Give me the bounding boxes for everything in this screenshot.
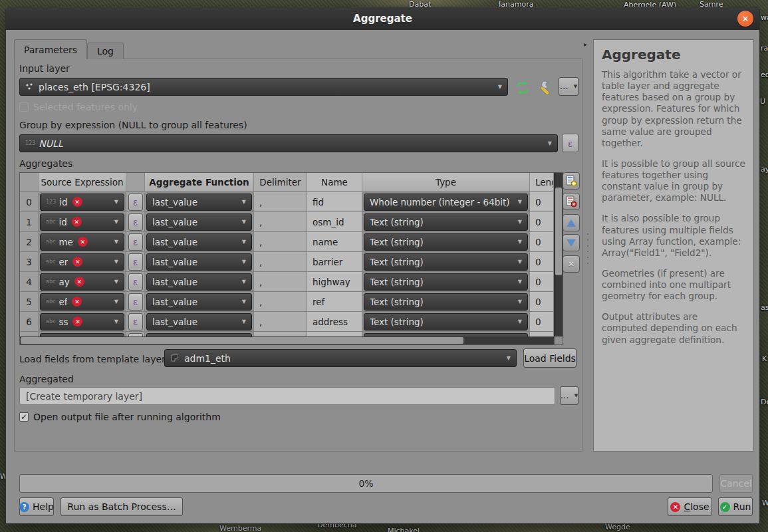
aggregate-function-combo[interactable]: last_value ▼	[146, 293, 252, 311]
close-button[interactable]: ✕ Close	[668, 497, 712, 516]
scrollbar-thumb[interactable]	[555, 188, 562, 275]
type-combo[interactable]: Whole number (integer - 64bit) ▼	[364, 194, 528, 211]
name-cell[interactable]: barrier	[307, 252, 362, 272]
header-aggregate-function[interactable]: Aggregate Function	[145, 173, 254, 192]
clear-field-icon[interactable]: ✕	[72, 257, 82, 267]
load-fields-button[interactable]: Load Fields	[523, 348, 576, 368]
aggregate-function-combo[interactable]: last_value ▼	[146, 233, 252, 251]
header-rownum[interactable]	[20, 173, 39, 192]
aggregate-function-combo[interactable]: last_value ▼	[146, 213, 252, 231]
length-cell[interactable]: 0	[530, 252, 554, 272]
clear-field-icon[interactable]: ✕	[74, 277, 84, 287]
source-expression-combo[interactable]: abc er ✕ ▼	[40, 253, 124, 271]
run-button[interactable]: ✓ Run	[718, 497, 753, 516]
output-browse-button[interactable]: …▼	[560, 386, 578, 405]
length-cell[interactable]: 0	[530, 312, 554, 332]
row-number-cell[interactable]: 3	[20, 252, 39, 272]
expression-builder-button[interactable]: ε	[128, 194, 143, 211]
open-output-checkbox[interactable]: ✓ Open output file after running algorit…	[19, 412, 221, 422]
clear-field-icon[interactable]: ✕	[72, 297, 82, 307]
row-number-cell[interactable]: 5	[20, 292, 39, 312]
clear-field-icon[interactable]: ✕	[72, 197, 82, 207]
source-expression-combo[interactable]: abc me ✕ ▼	[40, 233, 124, 251]
scrollbar-thumb[interactable]	[21, 337, 463, 344]
delimiter-cell[interactable]: ,	[254, 232, 307, 252]
header-source-expression[interactable]: Source Expression	[39, 173, 126, 192]
type-combo[interactable]: Text (string) ▼	[364, 273, 528, 291]
name-cell[interactable]: fid	[307, 192, 362, 212]
row-number-cell[interactable]: 1	[20, 212, 39, 232]
expression-builder-button[interactable]: ε	[128, 273, 143, 291]
input-layer-combo[interactable]: places_eth [EPSG:4326] ▼	[19, 78, 508, 96]
delimiter-cell[interactable]: ,	[254, 192, 307, 212]
name-cell[interactable]: address	[307, 312, 362, 332]
help-button[interactable]: ? Help	[19, 497, 54, 516]
length-cell[interactable]: 0	[530, 272, 554, 292]
type-combo[interactable]: Text (string) ▼	[364, 293, 528, 311]
name-cell[interactable]: ref	[307, 292, 362, 312]
delimiter-cell[interactable]: ,	[254, 292, 307, 312]
clear-all-button[interactable]: ✕	[563, 255, 580, 273]
group-by-expression-button[interactable]: ε	[562, 134, 578, 152]
algorithm-help-panel[interactable]: Aggregate This algorithm take a vector o…	[593, 39, 754, 452]
length-cell[interactable]: 0	[530, 292, 554, 312]
advanced-options-wrench-icon[interactable]	[537, 80, 553, 96]
aggregate-function-combo[interactable]: last_value ▼	[146, 194, 252, 211]
clear-field-icon[interactable]: ✕	[78, 237, 88, 247]
delimiter-cell[interactable]: ,	[254, 252, 307, 272]
output-destination-field[interactable]: [Create temporary layer]	[19, 387, 555, 405]
tab-log[interactable]: Log	[87, 43, 124, 59]
header-type[interactable]: Type	[362, 173, 530, 192]
group-by-combo[interactable]: 123 NULL ▼	[19, 134, 558, 152]
name-cell[interactable]: name	[307, 232, 362, 252]
aggregate-function-combo[interactable]: last_value ▼	[146, 253, 252, 271]
expression-builder-button[interactable]: ε	[128, 233, 143, 251]
input-layer-browse-button[interactable]: …▼	[559, 77, 578, 96]
source-expression-combo[interactable]: abc ay ✕ ▼	[40, 273, 124, 291]
row-number-cell[interactable]: 6	[20, 312, 39, 332]
checkbox-box[interactable]: ✓	[19, 412, 29, 422]
add-aggregate-button[interactable]	[563, 172, 580, 190]
aggregate-function-combo[interactable]: last_value ▼	[146, 273, 252, 291]
move-up-button[interactable]	[563, 214, 580, 231]
delimiter-cell[interactable]: ,	[254, 312, 307, 332]
length-cell[interactable]: 0	[530, 192, 554, 212]
header-delimiter[interactable]: Delimiter	[254, 173, 307, 192]
name-cell[interactable]: osm_id	[307, 212, 362, 232]
tab-parameters[interactable]: Parameters	[14, 39, 87, 59]
iterate-layer-icon[interactable]	[515, 80, 531, 95]
splitter-handle[interactable]	[586, 233, 590, 264]
expression-builder-button[interactable]: ε	[128, 313, 143, 331]
header-expression[interactable]	[126, 173, 145, 192]
header-name[interactable]: Name	[307, 173, 362, 192]
expression-builder-button[interactable]: ε	[128, 253, 143, 271]
panel-collapse-arrow-icon[interactable]: ▸	[584, 41, 587, 48]
window-close-icon[interactable]: ✕	[737, 11, 753, 27]
name-cell[interactable]: highway	[307, 272, 362, 292]
source-expression-combo[interactable]: 123 id ✕ ▼	[40, 194, 124, 211]
type-combo[interactable]: Text (string) ▼	[364, 233, 528, 251]
header-length[interactable]: Length	[530, 173, 554, 192]
clear-field-icon[interactable]: ✕	[72, 217, 82, 227]
vertical-scrollbar[interactable]	[554, 173, 563, 337]
aggregate-function-combo[interactable]: last_value ▼	[146, 313, 252, 331]
clear-field-icon[interactable]: ✕	[72, 317, 82, 327]
type-combo[interactable]: Text (string) ▼	[364, 213, 528, 231]
delimiter-cell[interactable]: ,	[254, 212, 307, 232]
row-number-cell[interactable]: 0	[20, 192, 39, 212]
row-number-cell[interactable]: 4	[20, 272, 39, 292]
expression-builder-button[interactable]: ε	[128, 213, 143, 231]
row-number-cell[interactable]: 2	[20, 232, 39, 252]
expression-builder-button[interactable]: ε	[128, 293, 143, 311]
source-expression-combo[interactable]: abc ef ✕ ▼	[40, 293, 124, 311]
remove-aggregate-button[interactable]	[563, 193, 580, 210]
template-layer-combo[interactable]: adm1_eth ▼	[164, 349, 517, 367]
type-combo[interactable]: Text (string) ▼	[364, 313, 528, 331]
source-expression-combo[interactable]: abc id ✕ ▼	[40, 213, 124, 231]
dialog-titlebar[interactable]: Aggregate ✕	[6, 7, 759, 30]
length-cell[interactable]: 0	[530, 232, 554, 252]
move-down-button[interactable]	[563, 234, 580, 251]
source-expression-combo[interactable]: abc ss ✕ ▼	[40, 313, 124, 331]
delimiter-cell[interactable]: ,	[254, 272, 307, 292]
run-as-batch-button[interactable]: Run as Batch Process…	[61, 497, 183, 516]
